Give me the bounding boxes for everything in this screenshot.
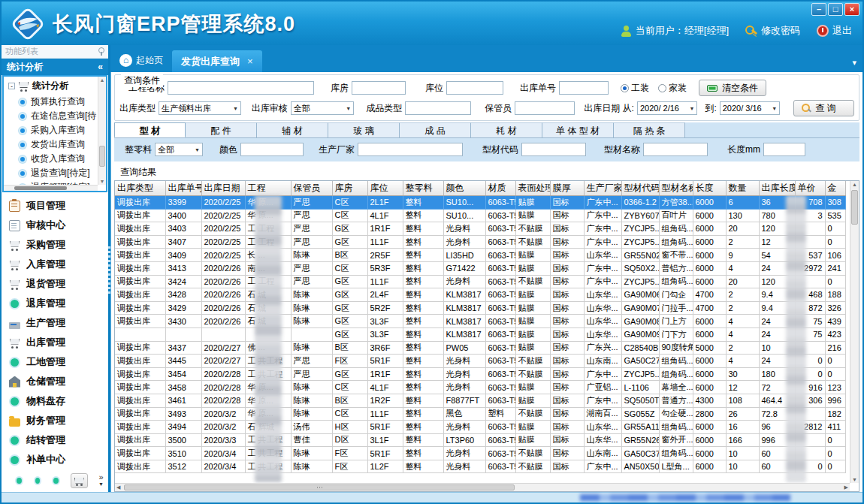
- dot-icon[interactable]: [52, 476, 60, 485]
- material-tab-5[interactable]: 耗 材: [471, 122, 542, 137]
- sidebar-item-0[interactable]: 项目管理: [9, 196, 108, 216]
- tree-vertical-scrollbar[interactable]: ▲ ▼: [98, 77, 106, 185]
- table-row[interactable]: 调拨出库34032020/2/25工 工程严思G区1R1F整料光身料6063-T…: [115, 222, 845, 236]
- change-password[interactable]: 修改密码: [745, 24, 800, 38]
- sidebar-item-3[interactable]: 入库管理: [9, 255, 108, 274]
- sidebar-item-2[interactable]: 采购管理: [9, 235, 108, 255]
- clear-conditions-button[interactable]: 清空条件: [699, 80, 766, 96]
- grid-vscroll-thumb[interactable]: [851, 190, 858, 225]
- table-row[interactable]: 调拨出库34542020/2/28工 共工程严思G区1R1F整料光身料6063-…: [115, 367, 845, 381]
- table-row[interactable]: 调拨出库34092020/2/25长 ...陈琳B区2R5F整料LI35HD60…: [115, 249, 845, 262]
- sidebar-item-4[interactable]: 退货管理: [9, 274, 108, 294]
- table-row[interactable]: 调拨出库34132020/2/26南 ...严思C区5R3F整料G7142260…: [115, 261, 845, 275]
- grid-hscroll-thumb[interactable]: [124, 484, 515, 490]
- material-tab-7[interactable]: 隔 热 条: [614, 122, 685, 137]
- column-header-0[interactable]: 出库类型: [115, 181, 165, 196]
- sidebar-item-6[interactable]: 生产管理: [9, 313, 108, 333]
- table-row[interactable]: 调拨出库34282020/2/26石 城陈琳G区2L4F整料KLM3817606…: [115, 288, 845, 302]
- table-row[interactable]: 调拨出库35002020/3/3工 共工程曹佳D区3L1F整料LT3P60606…: [115, 433, 845, 447]
- sidebar-item-9[interactable]: 仓储管理: [9, 372, 108, 391]
- table-row[interactable]: 调拨出库34932020/3/2华 原...陈琳C区1L1F整料黑色塑料不贴膜国…: [115, 407, 845, 421]
- pin-icon[interactable]: [98, 47, 104, 56]
- scroll-up-icon[interactable]: ▲: [98, 77, 106, 83]
- tree-item-1[interactable]: 在途信息查询[待: [8, 109, 104, 123]
- minimize-button[interactable]: –: [811, 3, 826, 16]
- tree-horizontal-scrollbar[interactable]: [4, 185, 98, 191]
- column-header-19[interactable]: 金: [825, 181, 845, 196]
- column-header-15[interactable]: 长度: [693, 181, 726, 196]
- table-row[interactable]: G区3L3F整料KLM38176063-T5贴膜国标山东华...GA90M09.…: [115, 327, 845, 341]
- table-row[interactable]: 调拨出库34582020/2/28华 原...陈琳C区4L1F整料光身料6063…: [115, 381, 845, 394]
- sidebar-item-7[interactable]: 出库管理: [9, 333, 108, 352]
- radio-jiazhuang[interactable]: [658, 84, 666, 92]
- column-header-3[interactable]: 工程: [245, 181, 291, 196]
- column-header-9[interactable]: 材质: [485, 181, 515, 196]
- material-tab-4[interactable]: 成 品: [400, 122, 471, 137]
- column-header-2[interactable]: 出库日期: [201, 181, 245, 196]
- dot-icon[interactable]: [15, 476, 23, 485]
- sidebar-item-1[interactable]: 审核中心: [9, 216, 108, 235]
- column-header-8[interactable]: 颜色: [443, 181, 485, 196]
- scroll-up-icon[interactable]: ▲: [850, 182, 859, 187]
- date-from-select[interactable]: 2020/ 2/16▼: [637, 101, 697, 115]
- table-row[interactable]: 调拨出库34942020/3/2石 辉城汤伟H区5R1F整料光身料6063-T5…: [115, 421, 845, 434]
- out-type-select[interactable]: 生产领料出库▼: [159, 101, 241, 115]
- more-chevron[interactable]: »▼: [98, 474, 104, 487]
- sidebar-item-8[interactable]: 工地管理: [9, 352, 108, 372]
- tab-outbound-query[interactable]: 发货出库查询 ×: [172, 50, 262, 72]
- length-input[interactable]: [763, 143, 805, 156]
- dot-icon[interactable]: [34, 476, 42, 485]
- column-header-14[interactable]: 型材名称: [659, 181, 693, 196]
- tree-hscroll-thumb[interactable]: [14, 186, 67, 190]
- sidebar-item-11[interactable]: 财务管理: [9, 411, 108, 430]
- table-row[interactable]: 调拨出库34002020/2/25华 原...严思C区4L1F整料SU10...…: [115, 209, 845, 222]
- collapse-icon[interactable]: «: [98, 62, 103, 72]
- table-row[interactable]: 调拨出库34242020/2/26工 工程严思G区1L1F整料光身料6063-T…: [115, 275, 845, 288]
- tree-scroll-thumb[interactable]: [99, 146, 105, 167]
- scroll-down-icon[interactable]: ▼: [98, 179, 106, 184]
- search-button[interactable]: 查 询: [793, 100, 854, 116]
- table-row[interactable]: 调拨出库33992020/2/25华 原...严思C区2L1F整料SU10...…: [115, 196, 845, 210]
- sidebar-item-13[interactable]: 补单中心: [9, 450, 108, 469]
- location-input[interactable]: [446, 81, 503, 95]
- scroll-left-icon[interactable]: ◀: [116, 484, 120, 490]
- table-row[interactable]: 调拨出库34292020/2/26石 城陈琳G区5R2F整料KLM3817606…: [115, 301, 845, 315]
- product-type-input[interactable]: [405, 101, 471, 115]
- column-header-7[interactable]: 整零料: [403, 181, 443, 196]
- keeper-input[interactable]: [515, 101, 575, 115]
- column-header-10[interactable]: 表面处理: [515, 181, 550, 196]
- column-header-5[interactable]: 库房: [332, 181, 367, 196]
- tree-item-5[interactable]: 退货查询[待定]: [8, 166, 104, 180]
- tab-close-icon[interactable]: ×: [247, 56, 253, 67]
- column-header-16[interactable]: 数量: [726, 181, 759, 196]
- tree-root[interactable]: - 统计分析: [8, 80, 104, 92]
- column-header-12[interactable]: 生产厂家: [584, 181, 621, 196]
- column-header-13[interactable]: 型材代码: [621, 181, 659, 196]
- whole-select[interactable]: 全部▼: [155, 143, 203, 156]
- table-row[interactable]: 调拨出库34302020/2/26石 城陈琳G区3L3F整料KLM3817606…: [115, 315, 845, 328]
- column-header-11[interactable]: 膜厚: [550, 181, 584, 196]
- color-input[interactable]: [240, 143, 304, 156]
- material-tab-2[interactable]: 辅 材: [257, 122, 328, 137]
- material-tab-3[interactable]: 玻 璃: [328, 122, 400, 137]
- tree-item-4[interactable]: 收货入库查询: [8, 152, 104, 166]
- table-row[interactable]: 调拨出库34372020/2/27佛 ...陈琳B区3R6F整料PW056063…: [115, 341, 845, 355]
- tree-expander-icon[interactable]: -: [8, 83, 15, 89]
- grid-horizontal-scrollbar[interactable]: ◀ ▶: [115, 483, 850, 491]
- warehouse-input[interactable]: [352, 81, 406, 95]
- logout[interactable]: 退出: [817, 24, 852, 38]
- column-header-17[interactable]: 出库长度: [759, 181, 795, 196]
- date-to-select[interactable]: 2020/ 3/16▼: [720, 101, 780, 115]
- maker-input[interactable]: [358, 143, 463, 156]
- column-header-1[interactable]: 出库单号: [165, 181, 201, 196]
- maximize-button[interactable]: □: [828, 3, 843, 16]
- profile-name-input[interactable]: [643, 143, 708, 156]
- material-tab-0[interactable]: 型 材: [114, 122, 186, 137]
- scroll-right-icon[interactable]: ▶: [844, 484, 848, 490]
- project-name-input[interactable]: [168, 81, 314, 95]
- profile-code-input[interactable]: [521, 143, 586, 156]
- grid-vertical-scrollbar[interactable]: ▲ ▼: [850, 181, 859, 483]
- column-header-18[interactable]: 单价: [795, 181, 825, 196]
- sidebar-item-5[interactable]: 退库管理: [9, 294, 108, 313]
- sidebar-panel-header[interactable]: 统计分析 «: [2, 59, 108, 75]
